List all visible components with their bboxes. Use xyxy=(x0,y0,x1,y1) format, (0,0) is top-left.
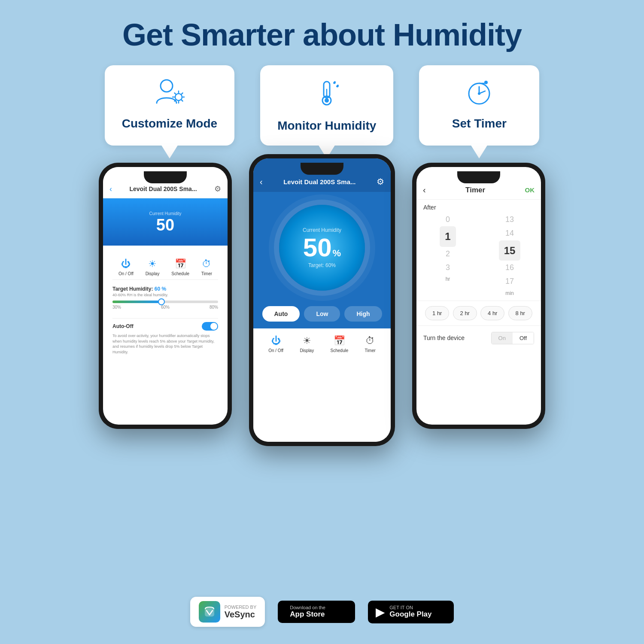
current-humidity-value-left: 50 xyxy=(156,217,174,233)
control-timer[interactable]: ⏱ Timer xyxy=(201,258,212,276)
google-play-icon: ▶ xyxy=(376,605,385,619)
logos-row: POWERED BY VeSync Download on the App St… xyxy=(0,597,644,627)
app-store-main-label: App Store xyxy=(290,610,325,619)
humidity-circle: Current Humidity 50 % Target: 60% xyxy=(279,205,365,291)
ok-button[interactable]: OK xyxy=(525,186,535,194)
center-control-on-off[interactable]: ⏻ On / Off xyxy=(268,335,283,353)
display-label: Display xyxy=(146,271,160,276)
off-button[interactable]: Off xyxy=(513,332,534,344)
feature-card-customize: Customize Mode xyxy=(105,65,234,146)
control-display[interactable]: ☀ Display xyxy=(146,258,160,276)
phone-center-notch xyxy=(301,163,343,175)
vesync-name-label: VeSync xyxy=(225,610,257,620)
left-header-title: Levoit Dual 200S Sma... xyxy=(116,185,210,192)
svg-line-8 xyxy=(174,100,176,101)
center-bottom-panel: ⏻ On / Off ☀ Display 📅 Schedule ⏱ xyxy=(253,328,391,442)
page-title: Get Smarter about Humidity xyxy=(0,0,644,65)
current-humidity-label-left: Current Humidity xyxy=(149,211,181,216)
vesync-logo: POWERED BY VeSync xyxy=(190,597,265,627)
mode-low-button[interactable]: Low xyxy=(304,306,340,322)
center-power-icon: ⏻ xyxy=(271,335,281,346)
quick-2hr-button[interactable]: 2 hr xyxy=(453,306,477,320)
display-icon: ☀ xyxy=(148,258,157,270)
monitor-humidity-label: Monitor Humidity xyxy=(277,119,376,133)
center-schedule-icon: 📅 xyxy=(334,335,345,346)
center-settings-icon: ⚙ xyxy=(377,176,384,187)
hour-3: 3 xyxy=(446,261,450,274)
app-store-button[interactable]: Download on the App Store xyxy=(278,601,355,623)
control-on-off[interactable]: ⏻ On / Off xyxy=(118,258,134,276)
center-control-schedule[interactable]: 📅 Schedule xyxy=(331,335,349,353)
phone-right-screen: ‹ Timer OK After 0 1 2 3 hr xyxy=(416,167,541,425)
phones-row: ‹ Levoit Dual 200S Sma... ⚙ Current Humi… xyxy=(0,163,644,446)
svg-point-1 xyxy=(175,94,182,100)
auto-off-section: Auto-Off To avoid over-activity, your hu… xyxy=(112,318,218,358)
hours-column[interactable]: 0 1 2 3 hr xyxy=(423,213,472,296)
min-17: 17 xyxy=(505,274,514,288)
humidity-display-bar: Current Humidity 50 xyxy=(103,198,228,246)
min-15-selected: 15 xyxy=(499,240,521,261)
thermometer-drop-icon xyxy=(312,78,342,114)
center-header-title: Levoit Dual 200S Sma... xyxy=(283,178,355,185)
humidity-circle-area: Current Humidity 50 % Target: 60% xyxy=(279,192,365,299)
phone-left-notch xyxy=(144,171,187,183)
target-humidity-title: Target Humidity: 60 % xyxy=(112,286,218,292)
target-humidity-sub: 40-60% RH is the ideal humidity. xyxy=(112,293,218,297)
center-display-label: Display xyxy=(300,348,314,353)
svg-point-12 xyxy=(325,98,329,103)
phone-center-screen: ‹ Levoit Dual 200S Sma... ⚙ Current Humi… xyxy=(253,158,391,442)
timer-label: Timer xyxy=(201,271,212,276)
svg-point-0 xyxy=(161,80,173,92)
settings-gear-icon: ⚙ xyxy=(214,184,221,194)
feature-card-timer: Set Timer xyxy=(419,65,539,146)
min-16: 16 xyxy=(505,261,514,274)
center-on-off-label: On / Off xyxy=(268,348,283,353)
auto-off-title: Auto-Off xyxy=(112,323,134,329)
hour-0: 0 xyxy=(446,213,450,226)
quick-time-buttons: 1 hr 2 hr 4 hr 8 hr xyxy=(416,301,541,326)
google-play-sub-label: GET IT ON xyxy=(389,605,431,610)
hours-unit-label: hr xyxy=(446,276,450,282)
center-timer-icon: ⏱ xyxy=(365,335,375,346)
time-picker: 0 1 2 3 hr 13 14 15 16 17 min xyxy=(416,213,541,301)
quick-1hr-button[interactable]: 1 hr xyxy=(425,306,449,320)
mode-buttons-row: Auto Low High xyxy=(255,299,389,328)
back-arrow-icon: ‹ xyxy=(109,185,112,194)
mode-high-button[interactable]: High xyxy=(344,306,382,322)
center-control-timer[interactable]: ⏱ Timer xyxy=(365,335,376,353)
mode-auto-button[interactable]: Auto xyxy=(262,306,300,322)
min-13: 13 xyxy=(505,213,514,226)
center-schedule-label: Schedule xyxy=(331,348,349,353)
on-button[interactable]: On xyxy=(492,332,513,344)
slider-label-60: 60% xyxy=(161,305,170,310)
center-timer-label: Timer xyxy=(365,348,376,353)
target-humidity-label: Target Humidity: xyxy=(112,286,153,292)
quick-4hr-button[interactable]: 4 hr xyxy=(480,306,504,320)
svg-line-9 xyxy=(182,93,183,94)
minutes-unit-label: min xyxy=(505,290,513,296)
svg-point-17 xyxy=(478,92,480,95)
center-humidity-unit: % xyxy=(333,249,341,258)
minutes-column[interactable]: 13 14 15 16 17 min xyxy=(485,213,534,296)
after-label: After xyxy=(416,200,541,213)
schedule-icon: 📅 xyxy=(175,258,186,270)
center-control-display[interactable]: ☀ Display xyxy=(300,335,314,353)
center-back-arrow-icon: ‹ xyxy=(260,177,263,187)
phone-center: ‹ Levoit Dual 200S Sma... ⚙ Current Humi… xyxy=(249,154,395,446)
center-display-icon: ☀ xyxy=(303,335,311,346)
google-play-button[interactable]: ▶ GET IT ON Google Play xyxy=(368,601,454,623)
power-icon: ⏻ xyxy=(121,258,131,270)
auto-off-toggle[interactable] xyxy=(202,322,218,331)
turn-device-label: Turn the device xyxy=(423,334,465,341)
slider-label-80: 80% xyxy=(210,305,218,310)
center-bottom-controls: ⏻ On / Off ☀ Display 📅 Schedule ⏱ xyxy=(260,335,384,353)
right-back-arrow-icon: ‹ xyxy=(423,185,426,195)
on-off-toggle[interactable]: On Off xyxy=(491,332,534,344)
hour-2: 2 xyxy=(446,247,450,261)
min-14: 14 xyxy=(505,226,514,240)
vesync-text: POWERED BY VeSync xyxy=(225,605,257,620)
feature-cards-row: Customize Mode Monitor Humidity xyxy=(0,65,644,146)
control-schedule[interactable]: 📅 Schedule xyxy=(171,258,189,276)
humidity-slider[interactable]: 30% 60% 80% xyxy=(112,301,218,310)
quick-8hr-button[interactable]: 8 hr xyxy=(508,306,532,320)
